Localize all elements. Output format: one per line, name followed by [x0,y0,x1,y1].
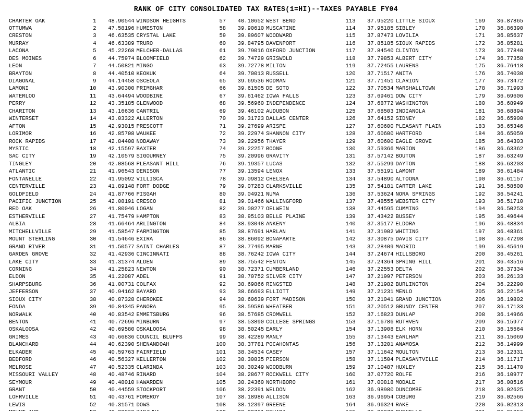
city-name: ROCKWELL CITY [265,371,341,379]
city-name: RUTHVEN [394,319,470,326]
tax-rate: 36.73472 [486,78,524,85]
city-rank: 159 [341,364,357,371]
city-name: DALLAS CENTER [265,115,341,123]
tax-rate: 40.44559 [98,386,136,393]
table-row: SEYMOUR4940.48010HAWARDEN10538.24360NORT… [8,379,524,386]
city-name: CLARINDA [136,364,211,371]
city-rank: 178 [470,85,486,92]
city-name: CROMWELL [265,311,341,318]
table-row: MISSOURI VALLEY4840.48746RINARD10438.286… [8,371,524,379]
city-name: VILLISCA [136,175,211,183]
tax-rate: 36.98980 [357,386,395,393]
city-name: CLARKSVILLE [265,183,341,190]
tax-rate: 39.19357 [227,160,265,167]
city-rank: 73 [211,138,227,145]
tax-rate: 37.64152 [357,115,395,123]
city-name: OXFORD JUNCTION [265,47,341,55]
city-rank: 101 [211,348,227,356]
tax-rate: 37.60600 [357,130,395,138]
city-rank: 205 [470,288,486,296]
tax-rate: 41.89148 [98,183,136,190]
city-name: STOCKPORT [136,386,211,393]
city-name: ADEL [136,273,211,281]
city-name: WATERLOO [8,92,83,100]
tax-rate: 36.54241 [486,190,524,198]
table-row: ALBIA2841.66464ARLINGTON8438.93048ANKENY… [8,221,524,228]
city-name: LENOX [265,168,341,175]
city-rank: 135 [341,183,357,190]
city-rank: 138 [341,206,357,213]
tax-rate: 38.87691 [227,228,265,235]
city-name: RINARD [136,371,211,379]
city-rank: 19 [83,153,98,160]
city-name: ELK HORN [394,326,470,333]
city-rank: 3 [83,32,98,40]
city-rank: 134 [341,175,357,183]
city-rank: 72 [211,130,227,138]
city-name: ARLINGTON [136,221,211,228]
tax-rate: 36.68894 [486,107,524,115]
city-rank: 185 [470,138,486,145]
tax-rate: 41.42936 [98,251,136,258]
table-row: ROCK RAPIDS1742.84408NODAWAY7339.22956TH… [8,138,524,145]
city-rank: 204 [470,281,486,288]
tax-rate: 40.56327 [98,356,136,364]
city-rank: 30 [83,236,98,243]
city-name: MARION [394,145,470,152]
city-name: RUNNELLS [394,409,470,411]
city-rank: 173 [470,47,486,55]
city-name: LORIMOR [8,130,83,138]
tax-rate: 38.60639 [227,296,265,303]
city-rank: 213 [470,348,486,356]
city-name: NEWTON [136,265,211,273]
tax-rate: 39.70013 [227,70,265,77]
city-rank: 196 [470,221,486,228]
city-rank: 125 [341,107,357,115]
table-row: FONTANELLE2241.95092VILLISCA7839.09812CH… [8,175,524,183]
city-rank: 83 [211,213,227,220]
city-name: ALLERTON [136,115,211,123]
city-rank: 36 [83,281,98,288]
city-rank: 38 [83,296,98,303]
city-rank: 60 [211,40,227,47]
city-name: PERRY [8,100,83,107]
city-rank: 194 [470,206,486,213]
city-name: PLEASANTVILLE [394,356,470,364]
city-rank: 201 [470,258,486,265]
city-name: ELKADER [8,348,83,356]
city-rank: 169 [470,17,486,25]
tax-rate: 39.07283 [227,183,265,190]
city-name: MYSTIC [8,145,83,152]
city-rank: 209 [470,319,486,326]
tax-rate: 36.50253 [486,206,524,213]
table-row: MURRAY446.63389TRURO6039.84795DAVENPORT1… [8,40,524,47]
tax-rate: 40.43761 [98,394,136,401]
tax-rate: 44.14458 [98,78,136,85]
city-rank: 171 [470,32,486,40]
city-name: CARTER LAKE [394,183,470,190]
tax-rate: 36.68949 [486,100,524,107]
tax-rate: 36.85637 [486,32,524,40]
table-row: CORNING3441.25823NEWTON9038.72371CUMBERL… [8,265,524,273]
city-rank: 95 [211,304,227,311]
tax-rate: 38.70752 [227,273,265,281]
tax-rate: 36.26133 [486,273,524,281]
tax-rate: 37.95185 [357,25,395,32]
city-name: DAVENPORT [265,40,341,47]
tax-rate: 37.79853 [357,55,395,62]
city-name: BAYARD [136,288,211,296]
city-rank: 15 [83,123,98,130]
city-name: KANAWHA [136,409,211,411]
city-name: THAYER [265,138,341,145]
tax-rate: 36.37334 [486,265,524,273]
city-name: SIGOURNEY [136,153,211,160]
city-name: POMEROY [136,394,211,401]
city-name: ARISPE [265,123,341,130]
city-name: FORT MADISON [265,296,341,303]
city-name: CLARION [394,78,470,85]
tax-rate: 41.00731 [98,281,136,288]
tax-rate: 43.90300 [98,85,136,92]
city-rank: 97 [211,319,227,326]
city-name: PLEASANT PLAIN [394,123,470,130]
city-name: ELLIOTT [265,288,341,296]
